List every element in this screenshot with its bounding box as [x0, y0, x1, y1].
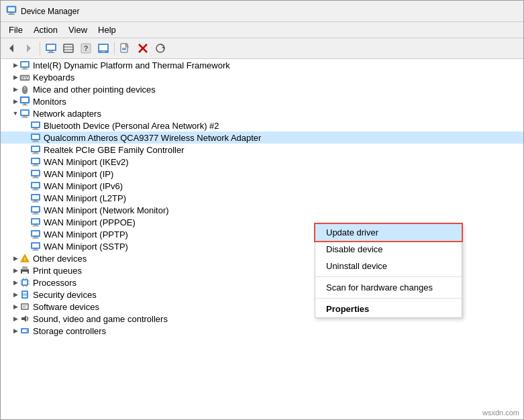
toolbar-list[interactable] — [60, 40, 76, 56]
toolbar-new[interactable] — [117, 40, 134, 56]
tree-item-realtek[interactable]: Realtek PCIe GBE Family Controller — [1, 144, 523, 156]
tree-item-icon — [19, 108, 30, 119]
svg-text:!: ! — [24, 256, 26, 262]
svg-rect-7 — [47, 45, 55, 50]
tree-expander[interactable] — [22, 205, 30, 215]
tree-expander[interactable]: ▶ — [11, 301, 19, 312]
tree-expander[interactable] — [22, 217, 30, 227]
tree-item-keyboards[interactable]: ▶ Keyboards — [1, 71, 523, 83]
tree-expander[interactable]: ▶ — [11, 253, 19, 264]
svg-marker-117 — [21, 315, 26, 322]
tree-expander[interactable]: ▶ — [11, 265, 19, 276]
tree-item-wan-l2tp[interactable]: WAN Miniport (L2TP) — [1, 192, 523, 204]
svg-rect-3 — [8, 14, 15, 15]
svg-rect-35 — [21, 78, 23, 80]
tree-expander[interactable]: ▶ — [11, 84, 19, 95]
svg-rect-77 — [32, 207, 39, 211]
svg-rect-36 — [23, 78, 26, 80]
context-menu-item-properties[interactable]: Properties — [315, 301, 462, 317]
tree-item-wan-ipv6[interactable]: WAN Miniport (IPv6) — [1, 180, 523, 192]
tree-item-intel-platform[interactable]: ▶ Intel(R) Dynamic Platform and Thermal … — [1, 59, 523, 71]
tree-expander[interactable] — [22, 132, 30, 143]
tree-item-icon — [30, 120, 41, 131]
toolbar-refresh[interactable] — [152, 40, 168, 56]
context-menu-item-disable-device[interactable]: Disable device — [315, 241, 462, 258]
svg-rect-46 — [23, 116, 27, 117]
svg-rect-45 — [21, 111, 28, 115]
toolbar-forward[interactable] — [21, 40, 37, 56]
menu-help[interactable]: Help — [93, 23, 121, 36]
svg-rect-29 — [21, 69, 28, 70]
tree-item-monitors[interactable]: ▶ Monitors — [1, 95, 523, 107]
menu-view[interactable]: View — [63, 23, 93, 36]
menu-file[interactable]: File — [3, 23, 28, 36]
toolbar-list2[interactable] — [95, 40, 111, 56]
tree-expander[interactable] — [22, 156, 30, 167]
tree-item-wan-ikev2[interactable]: WAN Miniport (IKEv2) — [1, 156, 523, 168]
svg-rect-61 — [32, 159, 39, 163]
tree-expander[interactable] — [22, 193, 30, 203]
tree-item-icon — [30, 205, 41, 215]
tree-expander[interactable]: ▼ — [11, 108, 19, 119]
svg-rect-9 — [48, 52, 54, 53]
tree-expander[interactable]: ▶ — [11, 325, 19, 336]
svg-rect-75 — [32, 202, 39, 203]
toolbar-sep1 — [40, 42, 40, 55]
svg-rect-27 — [21, 62, 28, 66]
tree-item-bluetooth[interactable]: Bluetooth Device (Personal Area Network)… — [1, 119, 523, 132]
tree-item-label: Monitors — [33, 97, 66, 107]
tree-expander[interactable] — [22, 120, 30, 131]
svg-rect-59 — [32, 154, 39, 154]
svg-rect-1 — [8, 7, 15, 11]
tree-expander[interactable]: ▶ — [11, 96, 19, 107]
tree-expander[interactable]: ▶ — [11, 60, 19, 70]
tree-expander[interactable]: ▶ — [11, 289, 19, 300]
tree-expander[interactable]: ▶ — [11, 313, 19, 324]
svg-rect-17 — [101, 51, 105, 52]
tree-item-network-adapters[interactable]: ▼ Network adapters — [1, 107, 523, 119]
tree-item-label: Intel(R) Dynamic Platform and Thermal Fr… — [33, 60, 230, 70]
toolbar-help[interactable]: ? — [78, 40, 94, 56]
context-menu-item-update-driver[interactable]: Update driver — [315, 224, 462, 241]
tree-expander[interactable] — [22, 241, 30, 252]
tree-expander[interactable]: ▶ — [11, 72, 19, 83]
toolbar-back[interactable] — [3, 40, 19, 56]
svg-marker-4 — [9, 44, 13, 52]
tree-item-icon — [19, 301, 30, 312]
title-bar-title: Device Manager — [21, 7, 79, 16]
tree-item-wan-ip[interactable]: WAN Miniport (IP) — [1, 168, 523, 180]
tree-expander[interactable] — [22, 168, 30, 179]
toolbar-computer[interactable] — [43, 40, 59, 56]
svg-rect-82 — [34, 225, 38, 226]
tree-item-storage[interactable]: ▶ Storage controllers — [1, 325, 523, 337]
context-menu-item-uninstall-device[interactable]: Uninstall device — [315, 258, 462, 274]
svg-rect-32 — [23, 76, 25, 78]
tree-item-icon — [19, 60, 30, 70]
tree-item-icon — [30, 156, 41, 167]
svg-rect-58 — [34, 152, 38, 154]
tree-item-mice[interactable]: ▶ Mice and other pointing devices — [1, 83, 523, 95]
svg-text:?: ? — [84, 44, 89, 52]
tree-expander[interactable] — [22, 180, 30, 191]
tree-item-wan-netmon[interactable]: WAN Miniport (Network Monitor) — [1, 204, 523, 216]
toolbar-delete[interactable] — [135, 40, 151, 56]
tree-item-icon — [19, 325, 30, 336]
tree-expander[interactable] — [22, 229, 30, 240]
tree-item-label: Mice and other pointing devices — [33, 85, 156, 95]
svg-marker-25 — [162, 46, 164, 49]
svg-rect-37 — [27, 78, 29, 80]
tree-item-icon — [30, 217, 41, 227]
svg-rect-50 — [34, 128, 38, 129]
tree-item-qualcomm[interactable]: Qualcomm Atheros QCA9377 Wireless Networ… — [1, 132, 523, 144]
svg-rect-31 — [21, 76, 23, 78]
tree-item-label: Software devices — [33, 302, 99, 312]
tree-item-label: Other devices — [33, 254, 87, 264]
context-menu-item-scan-hardware[interactable]: Scan for hardware changes — [315, 279, 462, 296]
menu-action[interactable]: Action — [28, 23, 63, 36]
svg-rect-55 — [32, 142, 39, 142]
svg-rect-53 — [32, 135, 39, 139]
tree-expander[interactable]: ▶ — [11, 277, 19, 288]
tree-expander[interactable] — [22, 144, 30, 155]
tree-content[interactable]: ▶ Intel(R) Dynamic Platform and Thermal … — [1, 59, 523, 419]
svg-rect-2 — [9, 13, 13, 14]
